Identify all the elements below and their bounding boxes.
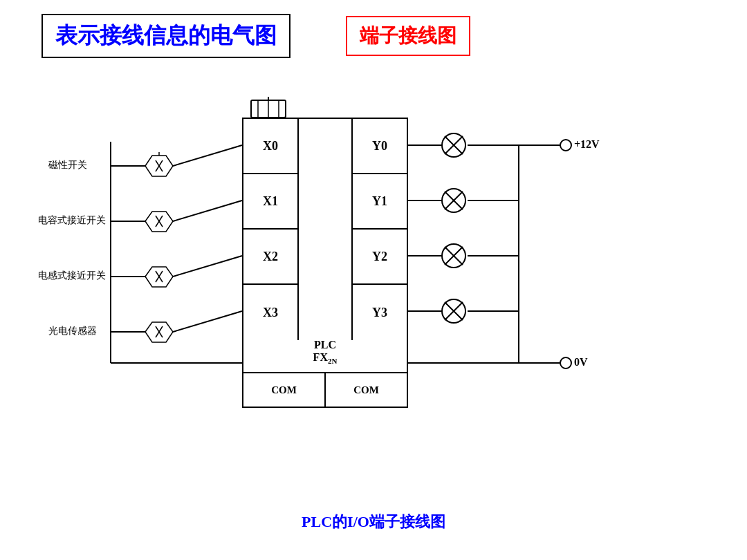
power-positive-label: +12V (574, 138, 600, 151)
terminal-x2: X2 (243, 230, 297, 285)
terminal-x1: X1 (243, 174, 297, 230)
plc-box: X0 X1 X2 X3 Y0 Y1 Y2 Y3 PLC FX2N COM COM (242, 118, 408, 408)
terminal-y2: Y2 (353, 230, 407, 285)
power-negative-label: 0V (574, 356, 588, 368)
bottom-caption: PLC的I/O端子接线图 (0, 512, 747, 532)
com-output: COM (326, 373, 407, 407)
terminal-y3: Y3 (353, 285, 407, 340)
terminal-y1: Y1 (353, 174, 407, 230)
sensor-symbol-3 (142, 319, 176, 346)
svg-line-6 (173, 200, 242, 221)
bulb-y2 (441, 243, 466, 268)
plc-com-row: COM COM (243, 372, 407, 407)
sensor-symbol-0 (142, 152, 176, 180)
label-capacitive-switch: 电容式接近开关 (38, 214, 106, 227)
svg-point-22 (560, 357, 571, 368)
svg-point-21 (560, 140, 571, 151)
plc-output-column: Y0 Y1 Y2 Y3 (351, 119, 407, 340)
bulb-y3 (441, 299, 466, 324)
terminal-x3: X3 (243, 285, 297, 340)
sensor-symbol-1 (142, 209, 176, 235)
terminal-y0: Y0 (353, 119, 407, 174)
plc-model-label: FX2N (299, 351, 351, 365)
diagram-area: 磁性开关 电容式接近开关 电感式接近开关 光电传感器 (35, 76, 712, 491)
main-title: 表示接线信息的电气图 (42, 14, 290, 58)
bulb-y0 (441, 133, 466, 158)
label-magnetic-switch: 磁性开关 (48, 159, 87, 171)
svg-line-7 (173, 256, 242, 277)
svg-line-5 (173, 145, 242, 166)
sub-title: 端子接线图 (346, 16, 470, 56)
header-area: 表示接线信息的电气图 端子接线图 (0, 14, 747, 58)
label-photoelectric-sensor: 光电传感器 (48, 325, 97, 337)
plc-input-column: X0 X1 X2 X3 (243, 119, 299, 340)
terminal-x0: X0 (243, 119, 297, 174)
label-inductive-switch: 电感式接近开关 (38, 270, 106, 282)
bulb-y1 (441, 188, 466, 213)
com-input: COM (243, 373, 326, 407)
svg-line-8 (173, 311, 242, 332)
sensor-symbol-2 (142, 264, 176, 290)
plc-center-info: PLC FX2N (299, 339, 351, 365)
plc-name-label: PLC (299, 339, 351, 351)
